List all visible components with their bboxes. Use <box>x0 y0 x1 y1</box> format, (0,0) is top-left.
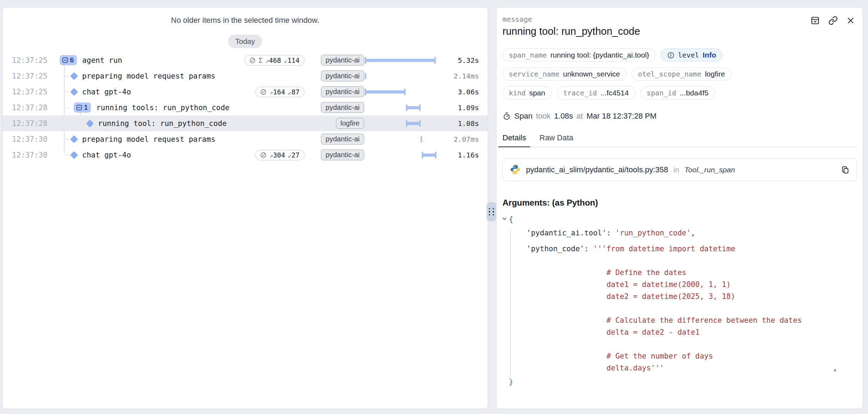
trace-row[interactable]: 12:37:30chat gpt-4o↗304↙27pydantic-ai1.1… <box>2 147 488 163</box>
code-line: # Get the number of days <box>509 350 857 362</box>
row-duration: 1.08s <box>440 119 479 128</box>
token-usage-badge[interactable]: ↗164↙87 <box>255 87 304 97</box>
arguments-code-block: { 'pydantic_ai.tool': 'run_python_code',… <box>502 213 857 388</box>
attribute-pill-kind[interactable]: kindspan <box>502 86 552 100</box>
level-pill[interactable]: levelInfo <box>661 48 723 62</box>
code-location-bar: pydantic_ai_slim/pydantic_ai/tools.py:35… <box>502 158 857 181</box>
span-name-label: agent run <box>82 56 122 65</box>
copy-icon[interactable] <box>841 165 850 174</box>
row-duration: 5.32s <box>440 56 479 65</box>
code-line <box>509 338 857 350</box>
collapse-children-badge[interactable]: 6 <box>60 55 77 65</box>
span-name-label: running tool: run_python_code <box>98 119 227 128</box>
collapse-children-badge[interactable]: 1 <box>74 102 91 113</box>
attribute-pill-trace_id[interactable]: trace_id...fc4514 <box>557 86 635 100</box>
attribute-pills: span_namerunning tool: {pydantic_ai.tool… <box>502 48 857 100</box>
span-duration-value: 1.08s <box>554 112 573 121</box>
duration-bar <box>422 153 436 156</box>
duration-bar-track <box>364 115 440 131</box>
span-name-label: running tools: run_python_code <box>96 104 229 112</box>
empty-time-window-note: No older items in the selected time wind… <box>2 16 488 25</box>
duration-bar <box>421 136 422 142</box>
row-timestamp: 12:37:30 <box>12 135 57 143</box>
code-line: date1 = datetime(2000, 1, 1) <box>509 279 857 291</box>
span-diamond-icon <box>70 72 78 80</box>
span-detail-panel: message running tool: run_python_code sp… <box>496 7 863 409</box>
tabs-divider <box>502 147 857 147</box>
trace-row[interactable]: 12:37:281running tools: run_python_codep… <box>2 100 488 115</box>
row-timestamp: 12:37:28 <box>12 119 57 128</box>
detail-tabs: DetailsRaw Data <box>502 133 857 147</box>
scope-tag[interactable]: pydantic-ai <box>321 86 364 97</box>
row-duration: 3.06s <box>440 88 479 96</box>
code-line: } <box>509 376 857 388</box>
row-timestamp: 12:37:25 <box>12 72 57 80</box>
drag-dots-icon <box>489 208 494 216</box>
duration-bar-track <box>364 100 440 115</box>
scope-tag[interactable]: pydantic-ai <box>321 55 364 66</box>
tab-details[interactable]: Details <box>502 133 526 147</box>
close-icon[interactable] <box>846 16 855 25</box>
duration-bar <box>406 106 421 109</box>
duration-bar-track <box>364 52 440 68</box>
span-timestamp: Mar 18 12:37:28 PM <box>586 112 656 121</box>
attribute-pill-otel_scope_name[interactable]: otel_scope_namelogfire <box>632 67 731 81</box>
record-kind-label: message <box>502 15 857 24</box>
scope-tag[interactable]: pydantic-ai <box>321 71 364 81</box>
duration-bar-track <box>364 68 440 84</box>
row-duration: 2.07ms <box>440 135 479 143</box>
info-icon <box>667 52 675 59</box>
trace-row[interactable]: 12:37:256agent runΣ↗468↙114pydantic-ai5.… <box>2 52 488 68</box>
row-timestamp: 12:37:25 <box>12 56 57 65</box>
row-duration: 1.16s <box>440 151 479 159</box>
panel-resize-handle[interactable] <box>487 202 496 221</box>
span-title: running tool: run_python_code <box>502 26 857 37</box>
collapse-chevron-icon[interactable] <box>502 216 507 221</box>
duration-bar <box>365 73 366 79</box>
duration-bar-track <box>364 131 440 147</box>
arguments-heading: Arguments: (as Python) <box>502 198 857 208</box>
span-diamond-icon <box>70 151 78 159</box>
attribute-pill-span_id[interactable]: span_id...bda4f5 <box>640 86 715 100</box>
row-timestamp: 12:37:30 <box>12 151 57 159</box>
code-line: delta = date2 - date1 <box>509 326 857 338</box>
code-line: date2 = datetime(2025, 3, 18) <box>509 291 857 302</box>
row-duration: 1.09s <box>440 104 479 112</box>
tab-raw-data[interactable]: Raw Data <box>539 133 573 147</box>
trace-row[interactable]: 12:37:30preparing model request paramspy… <box>2 131 488 147</box>
code-line <box>509 255 857 267</box>
span-list: 12:37:256agent runΣ↗468↙114pydantic-ai5.… <box>2 52 488 163</box>
today-button[interactable]: Today <box>228 35 262 48</box>
link-icon[interactable] <box>828 16 838 25</box>
scope-tag[interactable]: pydantic-ai <box>321 102 364 113</box>
token-usage-badge[interactable]: Σ↗468↙114 <box>244 55 304 66</box>
trace-row[interactable]: 12:37:25preparing model request paramspy… <box>2 68 488 84</box>
minus-square-icon <box>62 57 68 63</box>
span-diamond-icon <box>70 88 78 96</box>
source-function: Tool._run_span <box>684 166 735 174</box>
token-coin-icon <box>260 152 267 158</box>
trace-row[interactable]: 12:37:25chat gpt-4o↗164↙87pydantic-ai3.0… <box>2 84 488 100</box>
token-usage-badge[interactable]: ↗304↙27 <box>255 150 304 160</box>
scope-tag[interactable]: pydantic-ai <box>321 134 364 145</box>
span-name-label: chat gpt-4o <box>82 88 131 96</box>
trace-row[interactable]: 12:37:28running tool: run_python_codelog… <box>2 115 488 131</box>
duration-bar-track <box>364 84 440 100</box>
token-coin-icon <box>249 57 256 64</box>
span-name-label: chat gpt-4o <box>82 151 131 159</box>
duration-bar-track <box>364 147 440 163</box>
scope-tag[interactable]: pydantic-ai <box>321 149 364 160</box>
minus-square-icon <box>76 105 82 111</box>
code-line: 'pydantic_ai.tool': 'run_python_code', <box>509 227 857 239</box>
attribute-pill-span_name[interactable]: span_namerunning tool: {pydantic_ai.tool… <box>502 48 656 62</box>
code-line: # Define the dates <box>509 267 857 279</box>
span-duration-line: Span took 1.08s at Mar 18 12:37:28 PM <box>502 112 857 121</box>
row-duration: 2.14ms <box>440 72 479 80</box>
indent-guide-line <box>510 229 511 383</box>
archive-icon[interactable] <box>810 16 820 25</box>
attribute-pill-service_name[interactable]: service_nameunknown_service <box>502 67 626 81</box>
code-line: # Calculate the difference between the d… <box>509 314 857 326</box>
trace-list-panel: No older items in the selected time wind… <box>2 7 488 409</box>
duration-bar <box>365 59 436 62</box>
scope-tag[interactable]: logfire <box>336 118 364 129</box>
